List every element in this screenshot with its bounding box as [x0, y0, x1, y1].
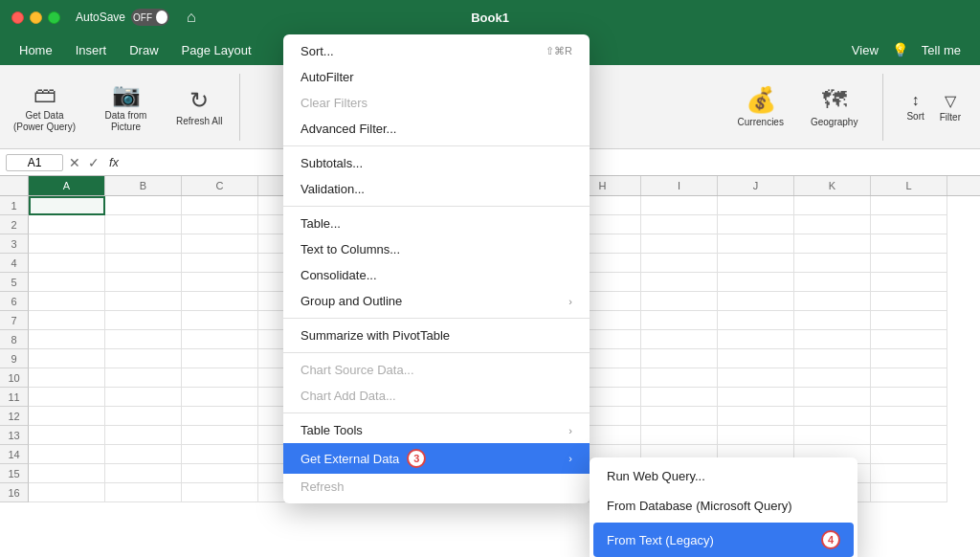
cell[interactable] — [29, 483, 105, 502]
cell[interactable] — [29, 311, 105, 330]
col-header-B[interactable]: B — [105, 176, 182, 195]
cell[interactable] — [105, 464, 182, 483]
cell[interactable] — [871, 388, 947, 407]
col-header-I[interactable]: I — [641, 176, 718, 195]
cell[interactable] — [794, 215, 871, 234]
cell[interactable] — [29, 273, 105, 292]
cell[interactable] — [182, 464, 258, 483]
tab-draw[interactable]: Draw — [120, 39, 167, 61]
cell[interactable] — [182, 368, 258, 388]
cell[interactable] — [29, 330, 105, 349]
cell[interactable] — [105, 273, 182, 292]
menu-advanced-filter[interactable]: Advanced Filter... — [283, 116, 590, 142]
cell[interactable] — [182, 254, 258, 273]
menu-pivot-table[interactable]: Summarize with PivotTable — [283, 323, 590, 348]
tab-page-layout[interactable]: Page Layout — [172, 39, 261, 61]
cell[interactable] — [641, 311, 718, 330]
refresh-all-button[interactable]: ↻ Refresh All — [170, 83, 228, 131]
filter-button[interactable]: ▽ Filter — [936, 88, 965, 126]
cell[interactable] — [182, 388, 258, 407]
cell[interactable] — [105, 330, 182, 349]
menu-table-tools[interactable]: Table Tools › — [283, 417, 590, 443]
cell[interactable] — [718, 273, 794, 292]
cell[interactable] — [29, 254, 105, 273]
cell[interactable] — [105, 292, 182, 311]
cell[interactable] — [871, 273, 947, 292]
cell[interactable] — [641, 196, 718, 215]
cell[interactable] — [718, 368, 794, 388]
cell[interactable] — [29, 196, 105, 215]
cell[interactable] — [182, 273, 258, 292]
cell[interactable] — [641, 349, 718, 368]
cell[interactable] — [871, 368, 947, 388]
cell[interactable] — [29, 349, 105, 368]
cell[interactable] — [29, 407, 105, 426]
cell[interactable] — [29, 426, 105, 445]
cell[interactable] — [718, 349, 794, 368]
cell[interactable] — [182, 330, 258, 349]
home-icon[interactable]: ⌂ — [187, 9, 196, 26]
cell[interactable] — [29, 215, 105, 234]
cell[interactable] — [794, 426, 871, 445]
cell[interactable] — [794, 196, 871, 215]
col-header-L[interactable]: L — [871, 176, 947, 195]
cell[interactable] — [641, 330, 718, 349]
cell[interactable] — [871, 196, 947, 215]
col-header-A[interactable]: A — [29, 176, 105, 195]
cell[interactable] — [794, 273, 871, 292]
menu-group-outline[interactable]: Group and Outline › — [283, 288, 590, 314]
cell[interactable] — [718, 388, 794, 407]
cell[interactable] — [718, 254, 794, 273]
cell[interactable] — [105, 483, 182, 502]
tab-insert[interactable]: Insert — [66, 39, 117, 61]
cell[interactable] — [871, 292, 947, 311]
cell[interactable] — [105, 254, 182, 273]
cell[interactable] — [182, 311, 258, 330]
cell[interactable] — [182, 292, 258, 311]
cell[interactable] — [182, 407, 258, 426]
cell[interactable] — [794, 368, 871, 388]
cell[interactable] — [871, 445, 947, 464]
cell[interactable] — [641, 215, 718, 234]
cancel-formula-icon[interactable]: ✕ — [69, 155, 80, 170]
menu-consolidate[interactable]: Consolidate... — [283, 262, 590, 288]
cell[interactable] — [182, 196, 258, 215]
cell[interactable] — [105, 445, 182, 464]
close-button[interactable] — [11, 11, 24, 24]
cell[interactable] — [641, 388, 718, 407]
cell[interactable] — [29, 292, 105, 311]
col-header-J[interactable]: J — [718, 176, 794, 195]
cell[interactable] — [641, 407, 718, 426]
tab-home[interactable]: Home — [10, 39, 62, 61]
menu-text-to-columns[interactable]: Text to Columns... — [283, 236, 590, 262]
cell[interactable] — [182, 349, 258, 368]
submenu-web-query[interactable]: Run Web Query... — [590, 461, 858, 491]
cell[interactable] — [794, 407, 871, 426]
cell[interactable] — [29, 368, 105, 388]
submenu-from-database[interactable]: From Database (Microsoft Query) — [590, 491, 858, 521]
cell[interactable] — [105, 196, 182, 215]
cell[interactable] — [794, 254, 871, 273]
cell[interactable] — [871, 311, 947, 330]
get-data-button[interactable]: 🗃 Get Data (Power Query) — [8, 78, 81, 137]
autosave-toggle[interactable]: OFF — [131, 9, 169, 26]
menu-get-external-data[interactable]: Get External Data 3 › — [283, 443, 590, 474]
cell[interactable] — [105, 311, 182, 330]
confirm-formula-icon[interactable]: ✓ — [88, 155, 100, 170]
cell[interactable] — [718, 234, 794, 254]
geography-button[interactable]: 🗺 Geography — [805, 81, 863, 132]
cell[interactable] — [718, 196, 794, 215]
cell[interactable] — [641, 426, 718, 445]
cell[interactable] — [105, 234, 182, 254]
cell[interactable] — [718, 292, 794, 311]
currencies-button[interactable]: 💰 Currencies — [732, 81, 790, 132]
menu-subtotals[interactable]: Subtotals... — [283, 150, 590, 176]
cell[interactable] — [182, 483, 258, 502]
cell[interactable] — [794, 292, 871, 311]
sort-button[interactable]: ↕ Sort — [902, 88, 927, 125]
cell[interactable] — [718, 426, 794, 445]
cell[interactable] — [718, 311, 794, 330]
col-header-C[interactable]: C — [182, 176, 258, 195]
maximize-button[interactable] — [48, 11, 60, 24]
cell[interactable] — [29, 388, 105, 407]
